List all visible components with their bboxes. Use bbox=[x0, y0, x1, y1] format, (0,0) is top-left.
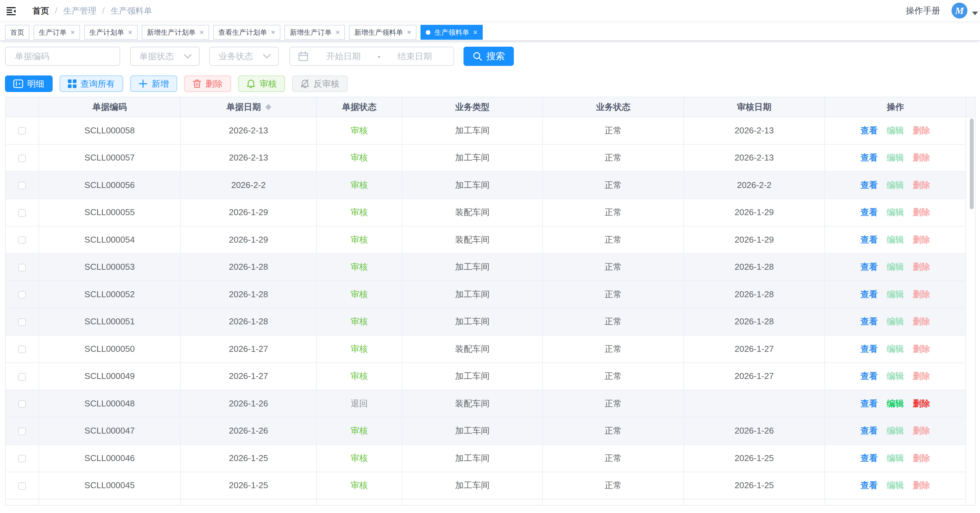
query-all-button[interactable]: 查询所有 bbox=[60, 75, 123, 92]
tab[interactable]: 生产领料单 × bbox=[420, 25, 483, 40]
search-button[interactable]: 搜索 bbox=[463, 47, 514, 66]
delete-link[interactable]: 删除 bbox=[913, 125, 930, 135]
cell-actions: 查看 编辑 删除 bbox=[825, 417, 966, 445]
edit-link[interactable]: 编辑 bbox=[887, 235, 904, 245]
view-link[interactable]: 查看 bbox=[861, 235, 878, 245]
date-start-placeholder[interactable]: 开始日期 bbox=[311, 51, 376, 62]
tab-close-icon[interactable]: × bbox=[200, 29, 204, 36]
delete-link[interactable]: 删除 bbox=[913, 235, 930, 245]
sort-icon[interactable] bbox=[265, 104, 271, 110]
manual-link[interactable]: 操作手册 bbox=[906, 5, 940, 17]
view-link[interactable]: 查看 bbox=[861, 399, 878, 408]
row-checkbox[interactable] bbox=[18, 373, 26, 381]
doc-code-input[interactable] bbox=[5, 47, 120, 66]
view-link[interactable]: 查看 bbox=[861, 152, 878, 162]
edit-link[interactable]: 编辑 bbox=[887, 371, 904, 381]
breadcrumb-item-production-management[interactable]: 生产管理 bbox=[63, 5, 96, 16]
tab-close-icon[interactable]: × bbox=[407, 29, 411, 36]
audit-button[interactable]: 审核 bbox=[238, 75, 285, 92]
table-header-gutter bbox=[966, 97, 975, 118]
edit-link[interactable]: 编辑 bbox=[887, 426, 904, 435]
edit-link[interactable]: 编辑 bbox=[887, 453, 904, 463]
tab-close-icon[interactable]: × bbox=[70, 29, 75, 36]
cell-actions: 查看 编辑 删除 bbox=[825, 472, 966, 499]
tab[interactable]: 生产计划单 × bbox=[84, 25, 138, 40]
tab-close-icon[interactable]: × bbox=[128, 29, 132, 36]
delete-link[interactable]: 删除 bbox=[913, 316, 930, 326]
row-checkbox[interactable] bbox=[18, 264, 26, 272]
delete-link[interactable]: 删除 bbox=[913, 289, 930, 299]
tab-close-icon[interactable]: × bbox=[336, 29, 340, 36]
delete-link[interactable]: 删除 bbox=[913, 480, 930, 490]
delete-link[interactable]: 删除 bbox=[913, 180, 930, 190]
cell-biz-status: 正常 bbox=[542, 335, 684, 363]
view-link[interactable]: 查看 bbox=[861, 289, 878, 299]
add-button[interactable]: 新增 bbox=[130, 75, 177, 92]
unaudit-button[interactable]: 反审核 bbox=[292, 75, 348, 92]
view-link[interactable]: 查看 bbox=[861, 180, 878, 190]
delete-link[interactable]: 删除 bbox=[913, 399, 930, 408]
view-link[interactable]: 查看 bbox=[861, 207, 878, 217]
breadcrumb-item-home[interactable]: 首页 bbox=[32, 5, 49, 16]
delete-link[interactable]: 删除 bbox=[913, 453, 930, 463]
view-link[interactable]: 查看 bbox=[861, 262, 878, 272]
row-checkbox[interactable] bbox=[18, 154, 26, 162]
row-checkbox[interactable] bbox=[18, 127, 26, 135]
delete-link[interactable]: 删除 bbox=[913, 152, 930, 162]
edit-link[interactable]: 编辑 bbox=[887, 262, 904, 272]
row-checkbox[interactable] bbox=[18, 482, 26, 490]
row-checkbox[interactable] bbox=[18, 400, 26, 408]
row-checkbox[interactable] bbox=[18, 236, 26, 244]
view-link[interactable]: 查看 bbox=[861, 371, 878, 381]
tab[interactable]: 新增生产订单 × bbox=[285, 25, 345, 40]
edit-link[interactable]: 编辑 bbox=[887, 289, 904, 299]
view-link[interactable]: 查看 bbox=[861, 125, 878, 135]
tab[interactable]: 新增生产领料单 × bbox=[349, 25, 417, 40]
delete-link[interactable]: 删除 bbox=[913, 371, 930, 381]
delete-link[interactable]: 删除 bbox=[913, 344, 930, 354]
row-checkbox[interactable] bbox=[18, 318, 26, 326]
view-link[interactable]: 查看 bbox=[861, 480, 878, 490]
vertical-scrollbar-thumb[interactable] bbox=[970, 119, 974, 209]
edit-link[interactable]: 编辑 bbox=[887, 180, 904, 190]
audit-button-label: 审核 bbox=[259, 78, 277, 90]
edit-link[interactable]: 编辑 bbox=[887, 344, 904, 354]
edit-link[interactable]: 编辑 bbox=[887, 480, 904, 490]
edit-link[interactable]: 编辑 bbox=[887, 399, 904, 408]
avatar[interactable]: M bbox=[951, 3, 967, 19]
delete-link[interactable]: 删除 bbox=[913, 207, 930, 217]
tab[interactable]: 首页 × bbox=[5, 25, 29, 40]
edit-link[interactable]: 编辑 bbox=[887, 207, 904, 217]
tab-close-icon[interactable]: × bbox=[271, 29, 275, 36]
doc-status-select[interactable]: 单据状态 bbox=[130, 47, 200, 66]
cell-doc-code: SCLL000053 bbox=[39, 254, 180, 281]
header-doc-date[interactable]: 单据日期 bbox=[180, 97, 317, 117]
date-range-picker[interactable]: 开始日期 - 结束日期 bbox=[290, 47, 454, 66]
delete-link[interactable]: 删除 bbox=[913, 426, 930, 435]
view-link[interactable]: 查看 bbox=[861, 316, 878, 326]
row-checkbox[interactable] bbox=[18, 209, 26, 217]
view-link[interactable]: 查看 bbox=[861, 426, 878, 435]
row-checkbox[interactable] bbox=[18, 455, 26, 462]
delete-link[interactable]: 删除 bbox=[913, 262, 930, 272]
row-checkbox[interactable] bbox=[18, 427, 26, 435]
tab[interactable]: 查看生产计划单 × bbox=[213, 25, 281, 40]
caret-down-icon[interactable] bbox=[972, 11, 978, 15]
hamburger-icon[interactable] bbox=[6, 7, 16, 15]
row-checkbox[interactable] bbox=[18, 182, 26, 189]
tab[interactable]: 生产订单 × bbox=[33, 25, 80, 40]
delete-button[interactable]: 删除 bbox=[184, 75, 231, 92]
row-checkbox[interactable] bbox=[18, 346, 26, 353]
edit-link[interactable]: 编辑 bbox=[887, 125, 904, 135]
tab-close-icon[interactable]: × bbox=[473, 29, 477, 36]
date-end-placeholder[interactable]: 结束日期 bbox=[382, 51, 447, 62]
edit-link[interactable]: 编辑 bbox=[887, 316, 904, 326]
cell-biz-type: 加工车间 bbox=[402, 144, 542, 172]
detail-button[interactable]: 明细 bbox=[5, 75, 52, 92]
tab[interactable]: 新增生产计划单 × bbox=[142, 25, 209, 40]
biz-status-select[interactable]: 业务状态 bbox=[209, 47, 279, 66]
row-checkbox[interactable] bbox=[18, 291, 26, 299]
view-link[interactable]: 查看 bbox=[861, 344, 878, 354]
view-link[interactable]: 查看 bbox=[861, 453, 878, 463]
edit-link[interactable]: 编辑 bbox=[887, 152, 904, 162]
